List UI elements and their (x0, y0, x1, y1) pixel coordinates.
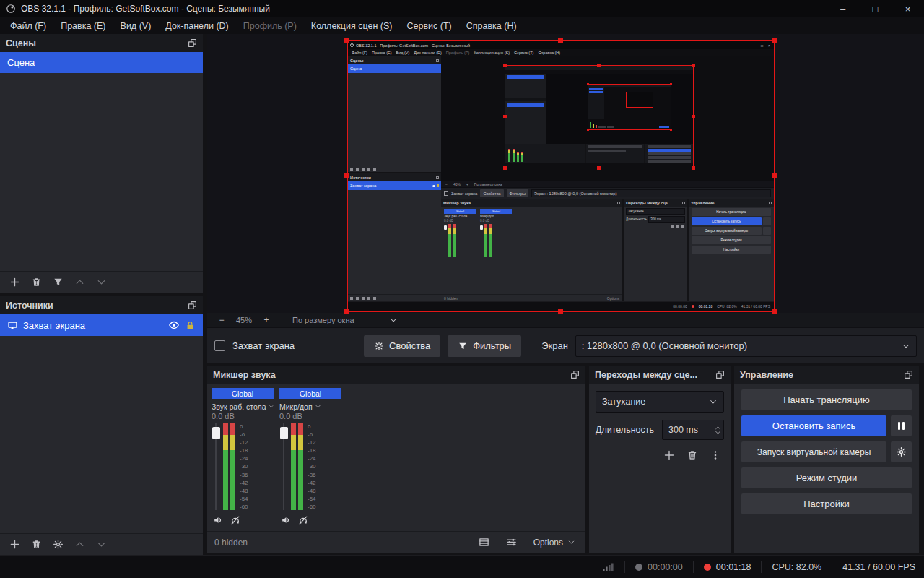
source-properties-button[interactable] (49, 537, 66, 553)
remove-source-button[interactable] (27, 537, 45, 553)
popout-icon[interactable] (188, 301, 197, 310)
monitor-off-icon[interactable] (230, 515, 240, 525)
menu-item-docks[interactable]: Док-панели (D) (158, 17, 235, 34)
divider (832, 561, 832, 573)
lock-icon[interactable] (185, 320, 196, 331)
scene-item[interactable]: Сцена (0, 52, 203, 73)
capture-main-column: −45%+По размеру окна Захват экрана Свойс… (441, 56, 774, 301)
controls-title: Управление (740, 370, 793, 380)
minimize-button[interactable]: – (827, 0, 859, 17)
resize-handle[interactable] (772, 38, 777, 43)
resize-handle[interactable] (344, 309, 349, 314)
screen-capture-source[interactable]: OBS 32.1.1 - Профиль: GetSoftBox.com - С… (346, 40, 775, 312)
properties-button[interactable]: Свойства (364, 335, 440, 357)
screen-select[interactable]: : 924x578 @ 0,0 (Основной монитор) (575, 335, 917, 357)
divider (693, 561, 694, 573)
menu-item-edit[interactable]: Правка (E) (53, 17, 113, 34)
channel-name[interactable]: Звук раб. стола (212, 401, 274, 412)
slider-handle[interactable] (212, 427, 220, 439)
add-source-button[interactable] (6, 537, 23, 553)
start-streaming-button[interactable]: Начать трансляцию (741, 389, 912, 410)
fit-mode-select[interactable]: По размеру окна (292, 316, 398, 324)
add-transition-button[interactable] (661, 447, 678, 463)
zoom-level: 45% (236, 316, 252, 324)
spin-down-icon[interactable] (715, 431, 721, 435)
move-source-down-button[interactable] (92, 537, 110, 553)
main-content: Сцены Сцена Источники (0, 34, 924, 555)
pause-recording-button[interactable] (891, 415, 912, 436)
resize-handle[interactable] (344, 173, 349, 178)
menu-item-scene-collection[interactable]: Коллекция сцен (S) (304, 17, 400, 34)
capture-maximize: □ (759, 43, 764, 48)
menu-item-help[interactable]: Справка (H) (459, 17, 524, 34)
fit-mode-label: По размеру окна (292, 316, 354, 324)
popout-icon[interactable] (188, 38, 197, 48)
mixer-footer: 0 hidden Options (207, 531, 585, 553)
zoom-out-button[interactable]: − (216, 314, 227, 326)
capture-controls-dock: Управление Начать трансляцию Остановить … (689, 199, 774, 301)
speaker-icon[interactable] (281, 515, 291, 525)
capture-left-column: Сцены Сцена Источники Захват экрана (348, 56, 441, 301)
resize-handle[interactable] (558, 309, 563, 314)
maximize-button[interactable]: □ (859, 0, 892, 17)
transition-select[interactable]: Затухание (596, 391, 724, 413)
gear-icon (896, 447, 907, 457)
speaker-icon[interactable] (213, 515, 223, 525)
virtual-camera-settings-button[interactable] (891, 441, 912, 462)
options-button[interactable]: Options (531, 535, 578, 551)
menu-item-profile[interactable]: Профиль (P) (236, 17, 304, 34)
remove-transition-button[interactable] (684, 447, 701, 463)
record-timer: 00:01:18 (716, 562, 751, 572)
channel-level: 0.0 dB (279, 412, 341, 422)
move-scene-down-button[interactable] (92, 275, 110, 290)
popout-icon[interactable] (570, 370, 580, 379)
zoom-in-button[interactable]: + (261, 314, 272, 326)
monitor-off-icon[interactable] (298, 515, 308, 525)
eye-icon[interactable] (168, 319, 180, 331)
channel-name[interactable]: Микр/доп (279, 401, 341, 412)
meter-scale-label: -30 (308, 463, 316, 470)
source-enabled-checkbox[interactable] (214, 340, 225, 351)
menu-item-view[interactable]: Вид (V) (113, 17, 159, 34)
gear-icon (53, 539, 64, 550)
popout-icon[interactable] (904, 370, 913, 379)
transition-menu-button[interactable] (707, 447, 724, 463)
source-toolbar: Захват экрана Свойства Фильтры Экран : 1… (207, 327, 924, 363)
mixer-layout-button[interactable] (476, 535, 493, 551)
meter-scale-label: -12 (240, 439, 248, 446)
scene-filters-button[interactable] (49, 275, 66, 290)
volume-slider[interactable] (212, 423, 221, 510)
duration-spinbox[interactable]: 300 ms (662, 420, 724, 440)
titlebar: OBS 32.1.1 - Профиль: GetSoftBox.com - С… (0, 0, 924, 17)
popout-icon[interactable] (715, 370, 725, 379)
menu-item-tools[interactable]: Сервис (T) (399, 17, 458, 34)
slider-handle[interactable] (280, 427, 288, 439)
add-scene-button[interactable] (6, 275, 23, 290)
plus-icon (9, 277, 20, 288)
display-capture-icon (7, 320, 18, 331)
settings-button[interactable]: Настройки (741, 493, 912, 514)
meter-scale-label: 0 (308, 423, 316, 430)
volume-slider[interactable] (279, 423, 289, 510)
stop-recording-button[interactable]: Остановить запись (741, 415, 886, 436)
resize-handle[interactable] (344, 38, 349, 43)
meter-scale-label: -24 (240, 455, 248, 462)
remove-scene-button[interactable] (27, 275, 45, 290)
preview-canvas[interactable]: OBS 32.1.1 - Профиль: GetSoftBox.com - С… (207, 34, 924, 313)
move-source-up-button[interactable] (71, 537, 88, 553)
resize-handle[interactable] (772, 309, 777, 314)
studio-mode-button[interactable]: Режим студии (741, 467, 912, 488)
spin-up-icon[interactable] (715, 426, 721, 430)
filters-button[interactable]: Фильтры (448, 335, 521, 357)
advanced-audio-button[interactable] (503, 535, 520, 551)
resize-handle[interactable] (772, 173, 777, 178)
transition-actions (596, 447, 724, 463)
network-signal-icon (602, 562, 614, 572)
source-item[interactable]: Захват экрана (0, 314, 203, 336)
chevron-up-icon (74, 539, 85, 550)
close-button[interactable]: × (892, 0, 924, 17)
start-virtual-camera-button[interactable]: Запуск виртуальной камеры (741, 441, 886, 462)
resize-handle[interactable] (558, 38, 563, 43)
move-scene-up-button[interactable] (71, 275, 88, 290)
menu-item-file[interactable]: Файл (F) (3, 17, 53, 34)
